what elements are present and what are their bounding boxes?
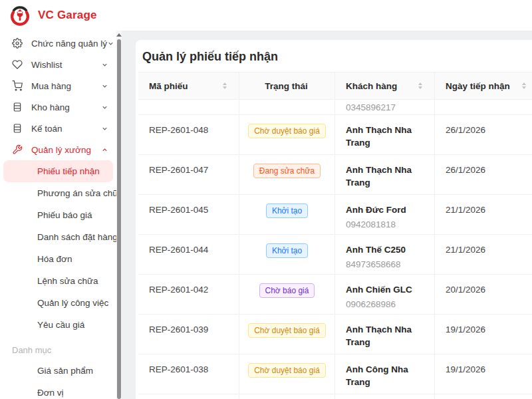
cell-code: REP-2601-045 [138,195,239,235]
status-badge: Chờ báo giá [259,283,315,298]
sort-icon [223,82,227,89]
column-label: Khách hàng [346,81,397,91]
heart-icon [12,59,23,70]
status-badge: Chờ duyệt báo giá [248,323,326,338]
customer-phone: 0906268986 [346,298,424,311]
cell-status: Khởi tạo [239,195,335,235]
sidebar-subitem-quan-ly-cong-viec[interactable]: Quản lý công việc [0,292,116,314]
sidebar-item-label: Kho hàng [31,102,101,112]
cell-date: 26/1/2026 [435,155,532,195]
table-row[interactable]: REP-2601-038 Chờ duyệt báo giá Anh Công … [138,354,532,394]
sidebar-subitem-don-vi[interactable]: Đơn vị [0,382,116,399]
column-label: Mã phiếu [149,81,188,91]
sidebar-subitem-label: Phiếu báo giá [37,210,92,220]
status-badge: Đang sửa chữa [253,164,321,178]
table-row[interactable]: REP-2601-047 Đang sửa chữa Anh Thạch Nha… [138,155,532,195]
cell-status: Chờ duyệt báo giá [239,315,335,354]
sidebar-section-danh-muc: Danh mục [0,340,116,360]
sidebar-subitem-yeu-cau-gia[interactable]: Yêu cầu giá [0,314,116,336]
reception-tickets-card: Quản lý phiếu tiếp nhận Mã phiếu Trạng t… [136,40,532,399]
archive-icon [12,102,23,112]
sidebar-item-mua-hang[interactable]: Mua hàng [0,75,116,96]
table-row-clipped[interactable]: 0345896217 [138,100,532,115]
scrollbar-thumb[interactable] [117,39,121,399]
chevron-down-icon [101,61,108,68]
sidebar-item-wishlist[interactable]: Wishlist [0,54,116,75]
customer-name: Anh Công Nha Trang [346,363,424,388]
scroll-up-icon[interactable] [116,33,122,37]
sidebar-subitem-phieu-bao-gia[interactable]: Phiếu báo giá [0,204,116,226]
chevron-down-icon [107,40,114,47]
column-header-trang-thai: Trạng thái [239,72,335,99]
cell-status: Đang sửa chữa [239,155,335,195]
column-header-ngay-tiep-nhan[interactable]: Ngày tiếp nhận [435,72,532,99]
table-row[interactable]: REP-2601-044 Khởi tạo Anh Thế C250 84973… [138,235,532,275]
cell-code [138,394,239,399]
cell-date [435,394,532,399]
brand-logo[interactable]: VC Garage [9,3,97,28]
wrench-icon [12,144,23,155]
cell-status: Chờ duyệt báo giá [239,354,335,394]
sidebar-subitem-label: Phiếu tiếp nhận [37,166,100,176]
customer-name: Anh Thạch Nha Trang [346,164,424,189]
cell-customer: Anh Thế C250 84973658668 [335,235,435,275]
customer-name: Anh Thạch Nha Trang [346,124,424,149]
customer-name: Anh Thạch Nha Trang [346,323,424,348]
sidebar-subitem-label: Đơn vị [37,388,64,398]
sidebar: Chức năng quản lý Wishlist Mua hàng Kho … [0,31,116,399]
table-row[interactable]: REP-2601-048 Chờ duyệt báo giá Anh Thạch… [138,115,532,155]
column-header-ma-phieu[interactable]: Mã phiếu [138,72,239,99]
column-label: Ngày tiếp nhận [446,81,510,91]
table-row[interactable]: REP-2601-039 Chờ duyệt báo giá Anh Thạch… [138,315,532,354]
sidebar-item-ke-toan[interactable]: Kế toán [0,118,116,139]
cell-date: 21/1/2026 [435,235,532,275]
sidebar-item-label: Mua hàng [31,81,101,91]
cell-date: 19/1/2026 [435,354,532,394]
cell-date: 26/1/2026 [435,115,532,155]
cell-code [138,100,239,115]
sidebar-scrollbar[interactable] [116,31,122,399]
table-row[interactable]: REP-2601-042 Chờ báo giá Anh Chiến GLC 0… [138,275,532,315]
sidebar-subitem-label: Danh sách đặt hàng [37,232,116,242]
customer-name: Anh Đức Ford [346,203,424,216]
sidebar-subitem-label: Lệnh sửa chữa [37,276,98,286]
cell-code: REP-2601-042 [138,275,239,315]
gear-icon [12,38,23,49]
sidebar-subitem-lenh-sua-chua[interactable]: Lệnh sửa chữa [0,270,116,292]
sidebar-subitem-label: Yêu cầu giá [37,320,84,330]
sidebar-subitem-phieu-tiep-nhan[interactable]: Phiếu tiếp nhận [3,160,113,182]
status-badge: Chờ duyệt báo giá [248,124,326,138]
chevron-down-icon [101,82,108,90]
content-area: Quản lý phiếu tiếp nhận Mã phiếu Trạng t… [122,31,532,399]
customer-name: Anh Thế C250 [346,243,424,256]
cell-customer: Anh Chiến GLC 0906268986 [335,275,435,315]
sidebar-subitem-hoa-don[interactable]: Hóa đơn [0,248,116,270]
sidebar-subitem-label: Phương án sửa chữa [37,188,116,198]
customer-phone: 0942081818 [346,218,424,231]
cell-status [239,100,335,115]
column-header-khach-hang[interactable]: Khách hàng [335,72,435,99]
sidebar-subitem-gia-san-pham[interactable]: Giá sản phẩm [0,360,116,382]
sidebar-subitem-label: Giá sản phẩm [37,366,93,376]
sidebar-item-chuc-nang-quan-ly[interactable]: Chức năng quản lý [0,33,116,54]
column-label: Trạng thái [265,81,308,91]
shopping-cart-icon [12,80,23,91]
top-bar: VC Garage [0,0,532,31]
sidebar-subitem-danh-sach-dat-hang[interactable]: Danh sách đặt hàng [0,226,116,248]
cell-code: REP-2601-047 [138,155,239,195]
table-row[interactable]: REP-2601-045 Khởi tạo Anh Đức Ford 09420… [138,195,532,235]
sidebar-subitem-phuong-an-sua-chua[interactable]: Phương án sửa chữa [0,182,116,204]
cell-date [435,100,532,115]
chevron-up-icon [101,146,108,154]
sidebar-subitem-label: Quản lý công việc [37,298,108,308]
status-badge: Chờ duyệt báo giá [248,363,326,378]
cell-date: 20/1/2026 [435,275,532,315]
sidebar-item-label: Wishlist [31,60,101,70]
cell-customer: Anh Thạch Nha Trang 0123569845 [335,115,435,155]
status-badge: Khởi tạo [266,203,308,218]
chevron-down-icon [101,125,108,132]
sidebar-item-quan-ly-xuong[interactable]: Quản lý xưởng [0,139,116,160]
cell-customer: Anh Công Nha Trang 0978928545 [335,354,435,394]
sidebar-item-kho-hang[interactable]: Kho hàng [0,96,116,118]
sidebar-item-label: Kế toán [31,124,101,134]
